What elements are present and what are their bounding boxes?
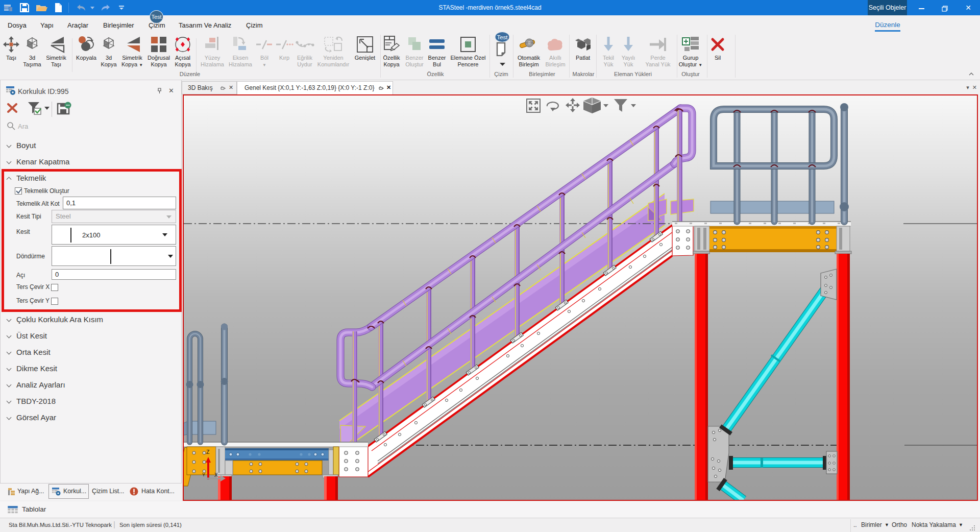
svg-text:Z: Z [206,449,210,455]
svg-text:Y: Y [202,472,205,477]
svg-text:X: X [214,472,218,478]
